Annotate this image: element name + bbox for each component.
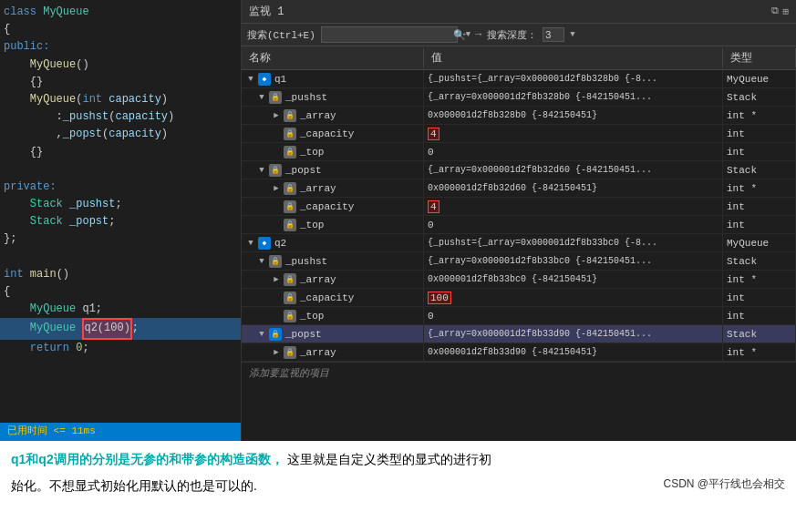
table-row[interactable]: ▶ 🔒 _capacity 100 int — [242, 289, 796, 307]
var-name: _popst — [285, 165, 322, 176]
var-name: _top — [300, 147, 324, 158]
var-icon: 🔒 — [269, 255, 282, 268]
expand-icon[interactable]: ▼ — [256, 165, 267, 176]
class-name: MyQueue — [43, 4, 88, 21]
code-line: MyQueue(int capacity) — [0, 91, 241, 108]
table-row[interactable]: ▼ 🔒 _pushst {_array=0x000001d2f8b328b0 {… — [242, 88, 796, 107]
bottom-text-black-2: 始化。不想显式初始化用默认的也是可以的. — [11, 475, 257, 497]
table-body: ▼ ◆ q1 {_pushst={_array=0x000001d2f8b328… — [242, 70, 796, 362]
nav-back-icon[interactable]: ← — [463, 28, 470, 41]
table-row[interactable]: ▶ 🔒 _array 0x000001d2f8b33bc0 {-84215045… — [242, 271, 796, 289]
expand-icon[interactable]: ▼ — [256, 329, 267, 340]
row-name: ▶ 🔒 _array — [242, 179, 424, 197]
var-name: _pushst — [285, 92, 327, 103]
table-row[interactable]: ▶ 🔒 _top 0 int — [242, 216, 796, 234]
var-name: _pushst — [285, 256, 327, 267]
code-line: MyQueue() — [0, 56, 241, 74]
row-name: ▶ 🔒 _array — [242, 271, 424, 288]
table-row[interactable]: ▶ 🔒 _array 0x000001d2f8b32d60 {-84215045… — [242, 179, 796, 198]
row-name: ▶ 🔒 _capacity — [242, 198, 424, 215]
var-icon: 🔒 — [284, 310, 296, 322]
row-type: Stack — [723, 325, 796, 343]
row-name: ▼ 🔒 _pushst — [242, 252, 424, 270]
var-icon: 🔒 — [269, 164, 282, 177]
code-line: }; — [0, 230, 241, 248]
table-row[interactable]: ▼ ◆ q2 {_pushst={_array=0x000001d2f8b33b… — [242, 234, 796, 252]
table-row-selected[interactable]: ▼ 🔒 _popst {_array=0x000001d2f8b33d90 {-… — [242, 325, 796, 343]
nav-forward-icon[interactable]: → — [475, 28, 481, 41]
code-line: int main() — [0, 266, 241, 283]
code-line: Stack _pushst; — [0, 196, 241, 213]
search-input[interactable] — [326, 28, 453, 41]
var-name: _top — [300, 311, 324, 322]
watch-toolbar: 搜索(Ctrl+E) 🔍 ▼ ← → 搜索深度： ▼ — [242, 24, 796, 46]
code-line: :_pushst(capacity) — [0, 108, 241, 126]
watch-title: 监视 1 ⧉ ⊞ — [242, 0, 796, 24]
expand-icon[interactable]: ▼ — [245, 74, 256, 85]
table-row[interactable]: ▶ 🔒 _capacity 4 int — [242, 125, 796, 143]
table-row[interactable]: ▼ 🔒 _pushst {_array=0x000001d2f8b33bc0 {… — [242, 252, 796, 271]
table-row[interactable]: ▼ 🔒 _popst {_array=0x000001d2f8b32d60 {-… — [242, 161, 796, 179]
row-value: 0 — [424, 143, 723, 160]
row-value: {_pushst={_array=0x000001d2f8b33bc0 {-8.… — [424, 234, 723, 251]
row-name: ▶ 🔒 _top — [242, 307, 424, 324]
bottom-text-area: q1和q2调用的分别是无参的和带参的构造函数， 这里就是自定义类型的显式的进行初… — [0, 441, 796, 532]
row-name: ▼ ◆ q1 — [242, 70, 424, 87]
row-type: MyQueue — [723, 234, 796, 251]
row-name: ▼ 🔒 _pushst — [242, 88, 424, 106]
var-icon: 🔒 — [284, 128, 296, 140]
row-value: 4 — [424, 198, 723, 215]
copy-icon[interactable]: ⧉ — [771, 5, 779, 17]
search-container[interactable]: 🔍 ▼ — [321, 26, 458, 43]
add-watch-label[interactable]: 添加要监视的项目 — [242, 362, 796, 384]
code-line: ,_popst(capacity) — [0, 126, 241, 143]
table-row[interactable]: ▶ 🔒 _top 0 int — [242, 143, 796, 161]
tab-icon[interactable]: ⊞ — [782, 5, 789, 17]
row-type: MyQueue — [723, 70, 796, 87]
code-line: {} — [0, 74, 241, 91]
depth-dropdown-icon[interactable]: ▼ — [570, 30, 574, 39]
code-line: Stack _popst; — [0, 213, 241, 230]
var-name: q2 — [274, 238, 286, 249]
expand-icon[interactable]: ▼ — [245, 238, 256, 249]
expand-icon[interactable]: ▼ — [256, 256, 267, 267]
status-bar: 已用时间 <= 11ms — [0, 423, 241, 441]
expand-icon[interactable]: ▼ — [256, 92, 267, 103]
row-value: {_array=0x000001d2f8b33bc0 {-842150451..… — [424, 252, 723, 270]
row-value: {_array=0x000001d2f8b33d90 {-842150451..… — [424, 325, 723, 343]
row-value: 0x000001d2f8b33bc0 {-842150451} — [424, 271, 723, 288]
row-name: ▶ 🔒 _array — [242, 343, 424, 361]
var-name: _array — [300, 183, 336, 194]
bottom-row-1: q1和q2调用的分别是无参的和带参的构造函数， 这里就是自定义类型的显式的进行初 — [11, 448, 785, 471]
attribution-text: CSDN @平行线也会相交 — [663, 475, 785, 497]
expand-icon[interactable]: ▶ — [271, 110, 282, 121]
search-label: 搜索(Ctrl+E) — [247, 28, 315, 42]
table-row[interactable]: ▶ 🔒 _capacity 4 int — [242, 198, 796, 216]
table-row[interactable]: ▶ 🔒 _array 0x000001d2f8b328b0 {-84215045… — [242, 107, 796, 125]
code-line: MyQueue q1; — [0, 301, 241, 318]
row-value: {_array=0x000001d2f8b32d60 {-842150451..… — [424, 161, 723, 179]
row-value: 0x000001d2f8b328b0 {-842150451} — [424, 107, 723, 124]
var-icon: 🔒 — [284, 346, 296, 359]
var-icon: ◆ — [258, 237, 271, 250]
var-icon: 🔒 — [269, 91, 282, 104]
row-value: 100 — [424, 289, 723, 306]
table-row[interactable]: ▼ ◆ q1 {_pushst={_array=0x000001d2f8b328… — [242, 70, 796, 88]
expand-icon[interactable]: ▶ — [271, 274, 282, 285]
var-name: _capacity — [300, 128, 354, 139]
row-name: ▼ ◆ q2 — [242, 234, 424, 251]
var-icon: 🔒 — [284, 219, 296, 231]
row-value: 0x000001d2f8b32d60 {-842150451} — [424, 179, 723, 197]
table-row[interactable]: ▶ 🔒 _top 0 int — [242, 307, 796, 325]
row-name: ▶ 🔒 _array — [242, 107, 424, 124]
var-icon: ◆ — [258, 73, 271, 86]
expand-icon[interactable]: ▶ — [271, 183, 282, 194]
depth-input[interactable] — [543, 27, 564, 42]
watch-table: 名称 值 类型 ▼ ◆ q1 {_pushst={_array=0x000001… — [242, 46, 796, 441]
code-line-highlight: MyQueue q2(100); — [0, 318, 241, 339]
code-line — [0, 161, 241, 179]
row-type: int — [723, 289, 796, 306]
table-row[interactable]: ▶ 🔒 _array 0x000001d2f8b33d90 {-84215045… — [242, 343, 796, 362]
expand-icon[interactable]: ▶ — [271, 347, 282, 358]
table-header: 名称 值 类型 — [242, 46, 796, 70]
